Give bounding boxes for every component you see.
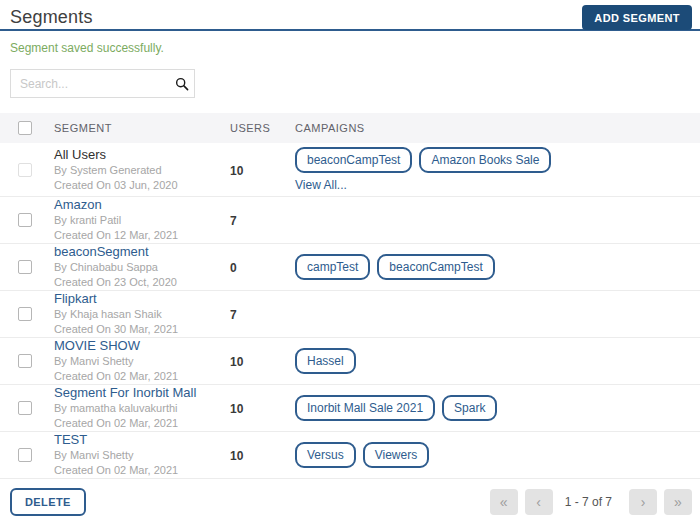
table-row: Amazon By kranti Patil Created On 12 Mar… bbox=[0, 197, 700, 244]
table-row: beaconSegment By Chinababu Sappa Created… bbox=[0, 244, 700, 291]
page-title: Segments bbox=[10, 5, 93, 28]
users-count: 0 bbox=[230, 261, 237, 275]
search-input[interactable] bbox=[20, 77, 175, 91]
campaign-chip[interactable]: beaconCampTest bbox=[377, 254, 494, 280]
users-count: 10 bbox=[230, 164, 243, 178]
segment-author: By System Generated bbox=[54, 163, 230, 178]
search-box[interactable] bbox=[10, 69, 195, 98]
row-checkbox[interactable] bbox=[18, 307, 32, 321]
column-header-segment: SEGMENT bbox=[54, 122, 230, 134]
row-checkbox[interactable] bbox=[18, 260, 32, 274]
table-row: Segment For Inorbit Mall By mamatha kalu… bbox=[0, 385, 700, 432]
segment-author: By Khaja hasan Shaik bbox=[54, 307, 230, 322]
users-count: 7 bbox=[230, 214, 237, 228]
segment-name[interactable]: TEST bbox=[54, 432, 230, 448]
table-row: MOVIE SHOW By Manvi Shetty Created On 02… bbox=[0, 338, 700, 385]
success-message: Segment saved successfully. bbox=[0, 31, 700, 55]
search-icon[interactable] bbox=[175, 77, 189, 91]
users-count: 10 bbox=[230, 449, 243, 463]
table-footer: DELETE « ‹ 1 - 7 of 7 › » bbox=[0, 479, 700, 516]
delete-button[interactable]: DELETE bbox=[10, 488, 86, 516]
pagination-range: 1 - 7 of 7 bbox=[565, 495, 612, 509]
campaign-chip[interactable]: Inorbit Mall Sale 2021 bbox=[295, 395, 435, 421]
campaign-chip[interactable]: Spark bbox=[442, 395, 497, 421]
segment-author: By mamatha kaluvakurthi bbox=[54, 401, 230, 416]
segment-author: By Chinababu Sappa bbox=[54, 260, 230, 275]
row-checkbox[interactable] bbox=[18, 401, 32, 415]
segment-name: All Users bbox=[54, 147, 230, 163]
next-page-button[interactable]: › bbox=[629, 489, 657, 515]
view-all-link[interactable]: View All... bbox=[295, 178, 690, 192]
row-checkbox[interactable] bbox=[18, 448, 32, 462]
users-count: 10 bbox=[230, 355, 243, 369]
campaign-chip[interactable]: Hassel bbox=[295, 348, 356, 374]
row-checkbox bbox=[18, 163, 32, 177]
page-header: Segments ADD SEGMENT bbox=[0, 0, 700, 29]
last-page-button[interactable]: » bbox=[664, 489, 692, 515]
segment-created: Created On 03 Jun, 2020 bbox=[54, 178, 230, 193]
previous-page-button[interactable]: ‹ bbox=[525, 489, 553, 515]
segment-created: Created On 23 Oct, 2020 bbox=[54, 275, 230, 290]
segment-created: Created On 30 Mar, 2021 bbox=[54, 322, 230, 337]
segment-name[interactable]: Flipkart bbox=[54, 291, 230, 307]
segment-created: Created On 02 Mar, 2021 bbox=[54, 369, 230, 384]
column-header-campaigns: CAMPAIGNS bbox=[295, 122, 690, 134]
segment-author: By Manvi Shetty bbox=[54, 354, 230, 369]
segment-name[interactable]: Amazon bbox=[54, 197, 230, 213]
campaign-chip[interactable]: campTest bbox=[295, 254, 370, 280]
segment-author: By Manvi Shetty bbox=[54, 448, 230, 463]
column-header-users: USERS bbox=[230, 122, 295, 134]
table-row: All Users By System Generated Created On… bbox=[0, 143, 700, 197]
segment-created: Created On 02 Mar, 2021 bbox=[54, 416, 230, 431]
row-checkbox[interactable] bbox=[18, 354, 32, 368]
add-segment-button[interactable]: ADD SEGMENT bbox=[582, 5, 692, 30]
pagination: « ‹ 1 - 7 of 7 › » bbox=[483, 489, 692, 515]
campaign-chip[interactable]: Viewers bbox=[363, 442, 429, 468]
segment-name[interactable]: MOVIE SHOW bbox=[54, 338, 230, 354]
segment-created: Created On 02 Mar, 2021 bbox=[54, 463, 230, 478]
table-row: Flipkart By Khaja hasan Shaik Created On… bbox=[0, 291, 700, 338]
table-row: TEST By Manvi Shetty Created On 02 Mar, … bbox=[0, 432, 700, 479]
users-count: 7 bbox=[230, 308, 237, 322]
select-all-checkbox[interactable] bbox=[18, 121, 32, 135]
table-header-row: SEGMENT USERS CAMPAIGNS bbox=[0, 113, 700, 143]
first-page-button[interactable]: « bbox=[490, 489, 518, 515]
segment-name[interactable]: beaconSegment bbox=[54, 244, 230, 260]
segment-name[interactable]: Segment For Inorbit Mall bbox=[54, 385, 230, 401]
campaign-chip[interactable]: Versus bbox=[295, 442, 356, 468]
campaign-chip[interactable]: beaconCampTest bbox=[295, 147, 412, 173]
row-checkbox[interactable] bbox=[18, 213, 32, 227]
campaign-chip[interactable]: Amazon Books Sale bbox=[419, 147, 551, 173]
users-count: 10 bbox=[230, 402, 243, 416]
segment-author: By kranti Patil bbox=[54, 213, 230, 228]
segment-created: Created On 12 Mar, 2021 bbox=[54, 228, 230, 243]
